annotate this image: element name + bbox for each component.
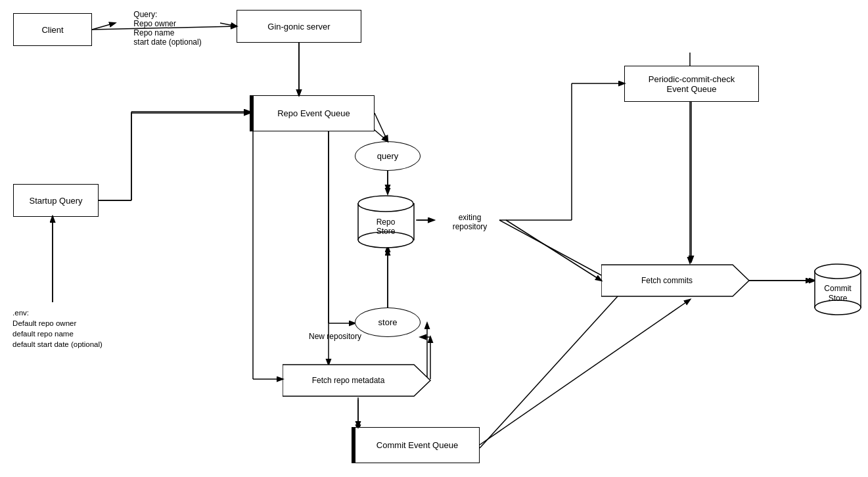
- repo-event-queue-node: Repo Event Queue: [250, 95, 375, 131]
- query-ellipse-label: query: [377, 151, 399, 161]
- store-ellipse-label: store: [378, 317, 398, 327]
- svg-marker-28: [601, 265, 749, 296]
- svg-text:Store: Store: [829, 294, 848, 303]
- svg-line-15: [480, 289, 624, 448]
- fetch-repo-svg: Fetch repo metadata: [283, 361, 434, 399]
- query-text: Query: Repo owner Repo name start date (…: [133, 10, 201, 47]
- commit-event-queue-node: Commit Event Queue: [352, 427, 480, 463]
- svg-line-51: [506, 220, 601, 281]
- repo-event-queue-label: Repo Event Queue: [277, 108, 350, 118]
- fetch-commits-svg: Fetch commits: [601, 261, 752, 300]
- exiting-repo-label: exiting repository: [434, 207, 506, 237]
- svg-text:Commit: Commit: [824, 284, 852, 293]
- svg-text:Store: Store: [377, 227, 396, 236]
- repo-store-svg: Repo Store: [355, 191, 417, 250]
- svg-text:Repo: Repo: [377, 217, 396, 227]
- svg-marker-26: [283, 365, 430, 396]
- startup-query-node: Startup Query: [13, 184, 99, 217]
- exiting-repo-text: exiting repository: [453, 213, 488, 231]
- svg-point-22: [358, 196, 413, 212]
- commit-event-queue-label: Commit Event Queue: [377, 440, 458, 450]
- svg-text:Fetch commits: Fetch commits: [641, 276, 693, 285]
- env-text: .env: Default repo owner default repo na…: [12, 307, 103, 350]
- query-label: Query: Repo owner Repo name start date (…: [115, 3, 220, 53]
- client-node: Client: [13, 13, 92, 46]
- architecture-diagram: Client Query: Repo owner Repo name start…: [0, 0, 868, 477]
- svg-line-0: [92, 23, 115, 30]
- query-ellipse-node: query: [355, 141, 421, 171]
- client-label: Client: [41, 25, 63, 35]
- svg-line-1: [220, 23, 237, 26]
- new-repo-label: New repository: [289, 327, 381, 346]
- svg-point-31: [815, 264, 861, 279]
- startup-query-label: Startup Query: [30, 196, 83, 206]
- repo-store-node: Repo Store: [355, 191, 417, 250]
- svg-line-16: [499, 220, 611, 281]
- svg-line-50: [480, 300, 690, 445]
- svg-line-41: [375, 113, 388, 141]
- env-label: .env: Default repo owner default repo na…: [0, 302, 115, 355]
- svg-text:Fetch repo metadata: Fetch repo metadata: [312, 376, 385, 385]
- commit-store-svg: Commit Store: [811, 260, 864, 319]
- gin-server-node: Gin-gonic server: [237, 10, 361, 43]
- new-repo-text: New repository: [309, 332, 361, 341]
- gin-server-label: Gin-gonic server: [267, 22, 330, 32]
- periodic-commit-check-label: Periodic-commit-check Event Queue: [649, 74, 735, 94]
- periodic-commit-check-node: Periodic-commit-check Event Queue: [624, 66, 759, 102]
- commit-store-node: Commit Store: [811, 260, 864, 319]
